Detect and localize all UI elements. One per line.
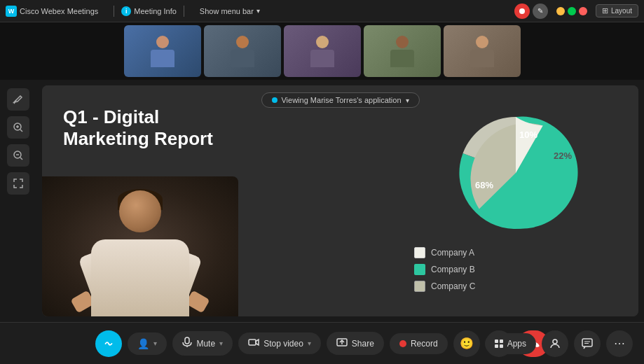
slide-title-line2: Marketing Report bbox=[63, 128, 372, 150]
title-bar: W Cisco Webex Meetings i Meeting Info Sh… bbox=[0, 0, 644, 22]
svg-line-6 bbox=[20, 158, 22, 160]
pen-btn[interactable]: ✎ bbox=[533, 4, 548, 19]
fit-tool[interactable] bbox=[7, 172, 29, 195]
show-menu-chevron: ▾ bbox=[256, 7, 260, 15]
slide-left: Q1 - Digital Marketing Report bbox=[42, 85, 393, 316]
svg-rect-16 bbox=[582, 339, 592, 346]
stop-video-btn[interactable]: Stop video ▾ bbox=[238, 332, 321, 354]
legend-item-a: Company A bbox=[414, 247, 475, 258]
share-icon bbox=[336, 337, 348, 349]
apps-label: Apps bbox=[507, 339, 526, 349]
presentation-area: Viewing Marise Torres's application ▾ Q1… bbox=[42, 85, 638, 316]
person-silhouette-5 bbox=[470, 36, 494, 67]
more-options-icon: ⋯ bbox=[614, 337, 626, 350]
viewing-text: Viewing Marise Torres's application bbox=[281, 96, 401, 104]
participant-video-4 bbox=[364, 25, 441, 77]
chat-btn[interactable] bbox=[574, 330, 601, 357]
toolbar-right: Apps ⋯ bbox=[485, 330, 633, 357]
svg-rect-10 bbox=[249, 340, 256, 345]
participants-btn[interactable]: 👤 ▾ bbox=[128, 332, 167, 355]
show-menu-label: Show menu bar bbox=[200, 7, 254, 15]
title-controls: ✎ — □ ✕ ⊞ Layout bbox=[514, 4, 638, 19]
viewing-banner[interactable]: Viewing Marise Torres's application ▾ bbox=[261, 92, 419, 108]
viewing-chevron: ▾ bbox=[406, 97, 409, 104]
presenter-figure bbox=[63, 183, 217, 316]
participant-video-1 bbox=[124, 25, 201, 77]
video-icon bbox=[248, 338, 259, 349]
minimize-btn[interactable]: — bbox=[556, 7, 565, 15]
participant-thumb-3[interactable] bbox=[284, 25, 361, 77]
svg-point-15 bbox=[553, 340, 557, 344]
participant-thumb-1[interactable] bbox=[124, 25, 201, 77]
legend-color-b bbox=[414, 264, 425, 275]
share-label: Share bbox=[352, 339, 374, 349]
emoji-icon: 🙂 bbox=[460, 337, 474, 350]
people-btn[interactable] bbox=[542, 330, 568, 357]
chart-legend: Company A Company B Company C bbox=[414, 247, 475, 292]
participants-icon: 👤 bbox=[137, 338, 149, 349]
person-body2 bbox=[231, 50, 254, 67]
person-silhouette-1 bbox=[151, 36, 174, 67]
stop-video-label: Stop video bbox=[263, 339, 303, 349]
bottom-toolbar: 👤 ▾ Mute ▾ Stop video ▾ bbox=[0, 322, 644, 364]
person-silhouette-4 bbox=[390, 36, 414, 67]
participants-chevron: ▾ bbox=[153, 340, 157, 347]
close-btn[interactable]: ✕ bbox=[579, 7, 587, 15]
mute-btn[interactable]: Mute ▾ bbox=[172, 331, 233, 356]
app-logo: W Cisco Webex Meetings bbox=[6, 6, 98, 17]
person-head4 bbox=[396, 36, 409, 48]
person-silhouette-2 bbox=[231, 36, 254, 67]
pie-label-b: 68% bbox=[475, 180, 493, 190]
mute-chevron: ▾ bbox=[219, 340, 223, 347]
pie-label-a: 10% bbox=[519, 130, 537, 140]
legend-item-c: Company C bbox=[414, 281, 475, 292]
layout-label: Layout bbox=[611, 7, 632, 15]
apps-icon bbox=[495, 340, 503, 348]
legend-item-b: Company B bbox=[414, 264, 475, 275]
meeting-info-btn[interactable]: i Meeting Info bbox=[121, 6, 177, 16]
person-silhouette-3 bbox=[310, 36, 334, 67]
svg-line-3 bbox=[20, 130, 22, 132]
title-divider2 bbox=[184, 6, 184, 17]
record-icon bbox=[399, 340, 406, 347]
zoom-out-tool[interactable] bbox=[7, 144, 29, 167]
stop-video-chevron: ▾ bbox=[308, 340, 311, 347]
pie-labels: 10% 22% 68% bbox=[453, 110, 579, 236]
legend-color-c bbox=[414, 281, 425, 292]
mic-icon bbox=[182, 337, 192, 350]
legend-label-c: Company C bbox=[431, 281, 475, 291]
left-sidebar bbox=[0, 80, 36, 322]
participant-video-3 bbox=[284, 25, 361, 77]
person-body5 bbox=[470, 50, 494, 67]
svg-rect-8 bbox=[185, 337, 189, 344]
annotation-tool[interactable] bbox=[7, 88, 29, 111]
participant-video-2 bbox=[204, 25, 281, 77]
legend-color-a bbox=[414, 247, 425, 258]
slide-title-line1: Q1 - Digital bbox=[63, 106, 372, 128]
person-body bbox=[151, 50, 174, 67]
legend-label-b: Company B bbox=[431, 265, 475, 274]
maximize-btn[interactable]: □ bbox=[568, 7, 576, 15]
apps-btn[interactable]: Apps bbox=[485, 333, 536, 354]
recording-inner bbox=[519, 8, 525, 14]
viewing-dot bbox=[271, 97, 277, 103]
participant-video-5 bbox=[444, 25, 521, 77]
person-head3 bbox=[316, 36, 329, 48]
show-menu-btn[interactable]: Show menu bar ▾ bbox=[200, 7, 260, 15]
person-head bbox=[156, 36, 169, 48]
zoom-in-tool[interactable] bbox=[7, 116, 29, 139]
participant-thumb-5[interactable] bbox=[444, 25, 521, 77]
presenter-head bbox=[119, 190, 161, 232]
participant-thumb-2[interactable] bbox=[204, 25, 281, 77]
person-head5 bbox=[476, 36, 488, 48]
meeting-info-label: Meeting Info bbox=[134, 7, 177, 15]
chart-area: 10% 22% 68% Company A Company B bbox=[393, 85, 638, 316]
emoji-btn[interactable]: 🙂 bbox=[453, 330, 480, 357]
record-btn[interactable]: Record bbox=[390, 333, 448, 354]
recording-indicator bbox=[514, 4, 530, 19]
webex-home-btn[interactable] bbox=[95, 330, 122, 357]
layout-btn[interactable]: ⊞ Layout bbox=[596, 4, 638, 18]
participant-thumb-4[interactable] bbox=[364, 25, 441, 77]
more-options-btn[interactable]: ⋯ bbox=[606, 330, 633, 357]
share-btn[interactable]: Share bbox=[327, 332, 384, 355]
